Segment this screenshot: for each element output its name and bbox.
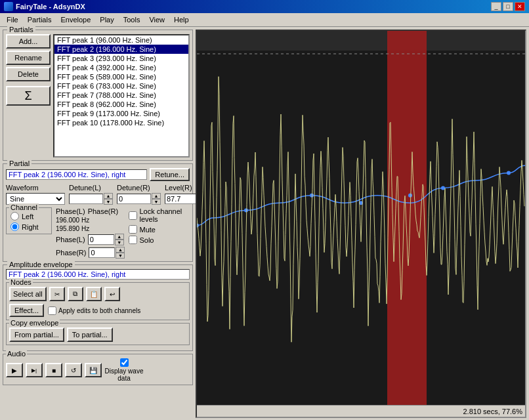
sigma-button[interactable]: Σ (6, 86, 51, 106)
menu-envelope[interactable]: Envelope (56, 14, 95, 25)
window-title: FairyTale - AdsynDX (16, 3, 85, 10)
menu-bar: File Partials Envelope Play Tools View H… (0, 13, 529, 27)
display-wave-label: Display wave data (104, 368, 144, 382)
audio-title: Audio (6, 350, 27, 358)
detune-l-label: Detune(L) (69, 184, 113, 192)
solo-input[interactable] (129, 236, 137, 244)
mute-input[interactable] (129, 225, 137, 234)
copy-envelope-title: Copy envelope (9, 319, 60, 327)
play-button[interactable]: ▶ (6, 363, 23, 377)
minimize-button[interactable]: _ (491, 2, 501, 11)
partials-title: Partials (7, 26, 35, 33)
loop-button[interactable]: ↺ (65, 363, 82, 377)
lock-channels-label: Lock channel levels (139, 207, 190, 223)
channel-right-input[interactable] (11, 222, 19, 231)
waveform-label: Waveform (6, 184, 65, 192)
detune-r-label: Detune(R) (117, 184, 161, 192)
save-audio-button[interactable]: 💾 (85, 363, 102, 377)
partials-list-item[interactable]: FFT peak 4 (392.000 Hz. Sine) (54, 63, 188, 72)
freq-r-value: 195.890 Hz (56, 225, 89, 232)
display-wave-input[interactable] (120, 358, 129, 367)
close-button[interactable]: ✕ (515, 2, 525, 11)
partial-name-field: FFT peak 2 (196.000 Hz. Sine), right (6, 169, 147, 180)
channel-left-label: Left (22, 213, 33, 220)
amp-envelope-name: FFT peak 2 (196.000 Hz. Sine), right (6, 269, 190, 280)
waveform-canvas[interactable] (197, 31, 525, 405)
apply-both-label: Apply edits to both channels (58, 307, 140, 314)
phase-r-up[interactable]: ▲ (116, 247, 125, 253)
phase-r-input[interactable] (89, 247, 115, 258)
menu-help[interactable]: Help (170, 14, 193, 25)
retune-button[interactable]: Retune... (150, 168, 190, 181)
menu-play[interactable]: Play (96, 14, 117, 25)
paste-tool-button[interactable]: 📋 (86, 287, 102, 301)
channel-right-label: Right (22, 223, 39, 231)
detune-l-down[interactable]: ▼ (104, 199, 113, 205)
phase-l-input[interactable] (88, 234, 114, 245)
menu-view[interactable]: View (145, 14, 169, 25)
to-partial-button[interactable]: To partial... (67, 327, 113, 342)
rename-button[interactable]: Rename (6, 51, 51, 65)
partials-list-item[interactable]: FFT peak 7 (788.000 Hz. Sine) (54, 91, 188, 100)
apply-both-input[interactable] (48, 306, 56, 315)
freq-l-label: Phase(L) (56, 207, 85, 215)
solo-label: Solo (139, 236, 154, 244)
lock-channels-input[interactable] (129, 211, 137, 220)
channel-title: Channel (9, 203, 39, 211)
phase-l-label: Phase(L) (56, 236, 85, 243)
stop-button[interactable]: ■ (45, 363, 62, 377)
undo-tool-button[interactable]: ↩ (104, 287, 120, 301)
phase-l-down[interactable]: ▼ (115, 240, 124, 245)
from-partial-button[interactable]: From partial... (9, 327, 64, 342)
detune-l-up[interactable]: ▲ (104, 193, 113, 199)
maximize-button[interactable]: □ (503, 2, 513, 11)
partials-list-item[interactable]: FFT peak 9 (1173.000 Hz. Sine) (54, 109, 188, 118)
partials-list-item[interactable]: FFT peak 5 (589.000 Hz. Sine) (54, 72, 188, 81)
partials-list[interactable]: FFT peak 1 (96.000 Hz. Sine)FFT peak 2 (… (53, 34, 190, 158)
freq-r-label: Phase(R) (88, 207, 118, 215)
detune-r-up[interactable]: ▲ (152, 193, 161, 199)
menu-tools[interactable]: Tools (119, 14, 144, 25)
level-r-input[interactable]: 87.7 (165, 194, 196, 204)
partials-list-item[interactable]: FFT peak 6 (783.000 Hz. Sine) (54, 81, 188, 91)
partials-list-item[interactable]: FFT peak 1 (96.000 Hz. Sine) (54, 35, 188, 45)
freq-l-value: 196.000 Hz (56, 217, 89, 224)
copy-tool-button[interactable]: ⧉ (68, 287, 83, 301)
partials-list-item[interactable]: FFT peak 2 (196.000 Hz. Sine) (54, 45, 188, 54)
channel-right-radio[interactable]: Right (11, 222, 47, 231)
partials-list-item[interactable]: FFT peak 3 (293.000 Hz. Sine) (54, 54, 188, 63)
waveform-canvas-area[interactable]: - + ◄ ► 2.810 secs, 77.6% (196, 30, 526, 418)
menu-partials[interactable]: Partials (24, 14, 56, 25)
add-button[interactable]: Add... (6, 34, 51, 49)
select-all-button[interactable]: Select all (9, 287, 47, 301)
menu-file[interactable]: File (3, 14, 22, 25)
display-wave-check[interactable]: Display wave data (104, 358, 144, 382)
app-icon (4, 2, 13, 11)
phase-l-up[interactable]: ▲ (115, 234, 124, 240)
phase-r-label: Phase(R) (56, 249, 86, 257)
delete-button[interactable]: Delete (6, 67, 51, 81)
apply-both-check[interactable]: Apply edits to both channels (48, 306, 140, 315)
phase-r-down[interactable]: ▼ (116, 253, 125, 259)
partials-list-item[interactable]: FFT peak 8 (962.000 Hz. Sine) (54, 100, 188, 109)
channel-left-radio[interactable]: Left (11, 212, 47, 220)
effect-button[interactable]: Effect... (9, 304, 44, 317)
partial-section-title: Partial (7, 159, 32, 167)
detune-r-input[interactable]: 0 (117, 194, 151, 204)
cut-tool-button[interactable]: ✂ (49, 287, 65, 301)
lock-channels-check[interactable]: Lock channel levels (129, 207, 190, 223)
amplitude-envelope-title: Amplitude envelope (7, 261, 75, 268)
detune-l-input[interactable] (69, 194, 103, 204)
detune-r-down[interactable]: ▼ (152, 199, 161, 205)
nodes-title: Nodes (9, 278, 33, 286)
channel-left-input[interactable] (11, 212, 19, 220)
solo-check[interactable]: Solo (129, 236, 190, 244)
canvas-status: 2.810 secs, 77.6% (463, 408, 522, 415)
title-bar: FairyTale - AdsynDX _ □ ✕ (0, 0, 529, 13)
mute-check[interactable]: Mute (129, 225, 190, 234)
partials-list-item[interactable]: FFT peak 10 (1178.000 Hz. Sine) (54, 118, 188, 127)
mute-label: Mute (139, 226, 155, 234)
play-selection-button[interactable]: ▶| (26, 363, 43, 377)
